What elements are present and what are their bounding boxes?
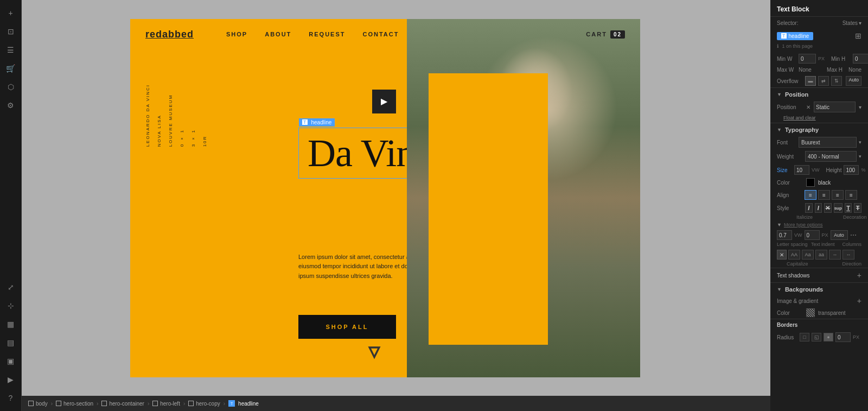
radius-input[interactable] <box>835 332 851 342</box>
align-right-btn[interactable]: ≡ <box>832 190 844 200</box>
radius-top-btn[interactable]: ◱ <box>812 333 821 342</box>
pages-icon[interactable]: ⊡ <box>2 23 20 40</box>
help-icon[interactable]: ? <box>2 389 20 407</box>
strikeout-btn[interactable]: T <box>854 203 861 213</box>
overflow-hidden-btn[interactable]: ▬ <box>805 76 816 86</box>
nav-shop[interactable]: SHOP <box>226 31 247 37</box>
letter-spacing-input[interactable] <box>777 230 792 240</box>
states-button[interactable]: States ▾ <box>843 20 861 26</box>
nav-contact[interactable]: CONTACT <box>363 31 399 37</box>
case-dir2-btn[interactable]: ↔ <box>843 250 854 260</box>
more-options-link[interactable]: More type options <box>784 222 823 227</box>
overflow-scroll-y-btn[interactable]: ⇅ <box>831 76 842 86</box>
text-shadows-add-btn[interactable]: + <box>857 271 861 280</box>
right-panel: Text Block Selector: States ▾ T headline… <box>770 0 868 411</box>
headline-chip[interactable]: T headline <box>777 32 813 40</box>
vertical-text-4: 0 × 1 <box>180 84 184 147</box>
media-icon[interactable]: ▣ <box>2 352 20 370</box>
preview-mona-lisa <box>407 19 640 377</box>
video-icon[interactable]: ▶ <box>2 371 20 388</box>
case-x-btn[interactable]: ✕ <box>777 250 787 260</box>
page-indicator: ℹ 1 on this page <box>770 42 868 50</box>
case-labels-row: Capitalize Direction <box>770 261 868 268</box>
settings-icon[interactable]: ⚙ <box>2 97 20 114</box>
max-h-value: None <box>848 67 861 73</box>
min-h-label: Min H <box>831 56 851 62</box>
breadcrumb-hero-section[interactable]: hero-section <box>56 401 93 407</box>
height-unit: % <box>861 167 865 173</box>
preview-shop-all-button[interactable]: SHOP ALL <box>298 315 396 339</box>
size-unit: VW <box>812 167 820 173</box>
breadcrumb-hero-copy[interactable]: hero-copy <box>188 401 220 407</box>
panel-left-icon[interactable]: ▤ <box>2 334 20 351</box>
case-aa-lower-btn[interactable]: aa <box>815 250 827 260</box>
overflow-auto-btn[interactable]: Auto <box>846 76 861 86</box>
position-select[interactable]: Static Relative Absolute Fixed <box>814 102 856 112</box>
nav-request[interactable]: REQUEST <box>309 31 345 37</box>
radius-dot-btn[interactable]: ● <box>824 333 833 342</box>
vertical-text-5: 3 × 1 <box>191 84 196 147</box>
assets-icon[interactable]: ⬡ <box>2 78 20 96</box>
grid-icon[interactable]: ▦ <box>2 315 20 333</box>
add-element-icon[interactable]: + <box>2 4 20 22</box>
more-options-row: ▼ More type options <box>770 221 868 229</box>
preview-nav: redabbed SHOP ABOUT REQUEST CONTACT CART… <box>130 19 640 50</box>
decoration-label: Decoration <box>843 214 867 220</box>
bold-btn[interactable]: I <box>815 203 822 213</box>
text-indent-input[interactable] <box>805 230 820 240</box>
backgrounds-section-title[interactable]: ▼ Backgrounds <box>770 282 868 295</box>
color-swatch[interactable] <box>806 178 815 187</box>
case-aa-btn[interactable]: AA <box>788 250 800 260</box>
vertical-text-1: LEONARDO DA VINCI <box>145 84 150 147</box>
superscript-btn[interactable]: sup <box>834 203 843 213</box>
layers-icon[interactable]: ☰ <box>2 41 20 59</box>
borders-section-title[interactable]: Borders <box>770 319 868 331</box>
breadcrumb-hero-copy-label: hero-copy <box>196 401 220 407</box>
image-gradient-add-btn[interactable]: + <box>857 296 861 305</box>
font-select[interactable]: Buurext <box>799 137 857 148</box>
case-Aa-btn[interactable]: Aa <box>802 250 814 260</box>
position-x-btn[interactable]: ✕ <box>806 104 810 110</box>
canvas-area[interactable]: redabbed SHOP ABOUT REQUEST CONTACT CART… <box>22 0 770 396</box>
overflow-row: Overflow ▬ ⇄ ⇅ Auto <box>770 74 868 87</box>
size-input[interactable] <box>794 165 809 175</box>
case-dir1-btn[interactable]: ↔ <box>829 250 841 260</box>
typography-section-label: Typography <box>785 127 819 133</box>
resize-icon[interactable]: ⤢ <box>2 279 20 296</box>
case-row: ✕ AA Aa aa ↔ ↔ <box>770 248 868 261</box>
preview-cart[interactable]: CART 02 <box>586 30 625 39</box>
height-label: Height <box>826 167 842 173</box>
radius-all-btn[interactable]: □ <box>800 333 809 342</box>
columns-more-icon[interactable]: ⋯ <box>850 231 857 239</box>
min-w-input[interactable] <box>799 54 816 64</box>
selector-connect-icon[interactable]: ⊞ <box>855 31 861 40</box>
hero-container-icon <box>101 401 107 406</box>
strikethrough-btn[interactable]: ✕ <box>824 203 832 213</box>
weight-chevron-icon: ▾ <box>859 154 861 159</box>
breadcrumb-hero-container[interactable]: hero-container <box>101 401 144 407</box>
cart-icon[interactable]: 🛒 <box>2 60 20 77</box>
underline-btn[interactable]: T <box>845 203 852 213</box>
canvas-container: redabbed SHOP ABOUT REQUEST CONTACT CART… <box>22 0 770 411</box>
selector-icon[interactable]: ⊹ <box>2 297 20 314</box>
bg-color-swatch[interactable] <box>806 308 815 317</box>
breadcrumb-body[interactable]: body <box>28 401 48 407</box>
weight-label: Weight <box>777 154 803 160</box>
align-center-btn[interactable]: ≡ <box>818 190 830 200</box>
height-input[interactable] <box>844 165 859 175</box>
breadcrumb-hero-left[interactable]: hero-left <box>152 401 180 407</box>
text-shadows-label: Text shadows <box>777 273 855 279</box>
align-left-btn[interactable]: ≡ <box>805 190 816 200</box>
position-section-title[interactable]: ▼ Position <box>770 87 868 100</box>
nav-about[interactable]: ABOUT <box>265 31 291 37</box>
breadcrumb-headline[interactable]: T headline <box>228 400 259 407</box>
typography-section-title[interactable]: ▼ Typography <box>770 123 868 135</box>
float-clear-link[interactable]: Float and clear <box>770 114 868 123</box>
align-justify-btn[interactable]: ≡ <box>845 190 857 200</box>
italic-btn[interactable]: I <box>805 203 813 213</box>
ls-unit: VW <box>794 232 802 238</box>
font-label: Font <box>777 140 796 146</box>
min-h-input[interactable] <box>853 54 868 64</box>
overflow-scroll-btn[interactable]: ⇄ <box>818 76 829 86</box>
weight-select[interactable]: 400 - Normal 700 - Bold <box>805 151 857 162</box>
